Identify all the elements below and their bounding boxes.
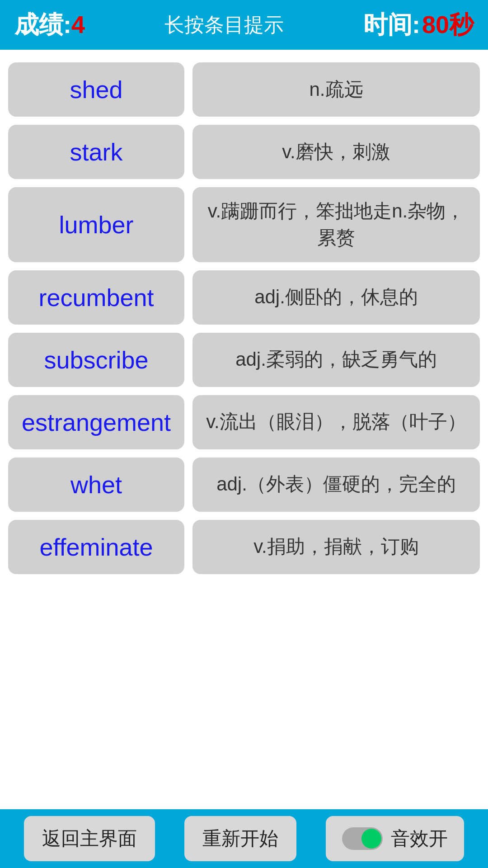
time-label: 时间: xyxy=(363,9,420,42)
word-card[interactable]: stark xyxy=(8,125,184,179)
word-text: whet xyxy=(70,471,122,499)
word-card[interactable]: recumbent xyxy=(8,270,184,325)
def-card[interactable]: adj.侧卧的，休息的 xyxy=(192,270,480,325)
word-text: stark xyxy=(70,138,122,166)
def-text: v.蹒跚而行，笨拙地走n.杂物，累赘 xyxy=(201,198,472,251)
word-text: effeminate xyxy=(39,533,153,561)
pair-row: subscribeadj.柔弱的，缺乏勇气的 xyxy=(8,333,480,387)
def-text: v.流出（眼泪），脱落（叶子） xyxy=(206,409,466,435)
word-card[interactable]: estrangement xyxy=(8,395,184,449)
word-card[interactable]: effeminate xyxy=(8,520,184,574)
def-card[interactable]: n.疏远 xyxy=(192,62,480,117)
pair-row: estrangementv.流出（眼泪），脱落（叶子） xyxy=(8,395,480,449)
pair-row: starkv.磨快，刺激 xyxy=(8,125,480,179)
def-card[interactable]: v.流出（眼泪），脱落（叶子） xyxy=(192,395,480,449)
def-text: v.捐助，捐献，订购 xyxy=(253,533,419,560)
sound-label: 音效开 xyxy=(391,826,448,851)
word-text: recumbent xyxy=(38,283,154,311)
def-card[interactable]: v.捐助，捐献，订购 xyxy=(192,520,480,574)
def-text: adj.（外表）僵硬的，完全的 xyxy=(216,471,456,498)
pair-row: lumberv.蹒跚而行，笨拙地走n.杂物，累赘 xyxy=(8,187,480,262)
main-content: shedn.疏远starkv.磨快，刺激lumberv.蹒跚而行，笨拙地走n.杂… xyxy=(0,50,488,809)
sound-toggle-button[interactable]: 音效开 xyxy=(326,816,464,861)
toggle-switch xyxy=(342,827,383,850)
def-text: n.疏远 xyxy=(309,76,363,103)
back-button[interactable]: 返回主界面 xyxy=(24,816,155,861)
word-card[interactable]: shed xyxy=(8,62,184,117)
time-container: 时间: 80秒 xyxy=(363,9,474,42)
footer: 返回主界面 重新开始 音效开 xyxy=(0,809,488,868)
header: 成绩: 4 长按条目提示 时间: 80秒 xyxy=(0,0,488,50)
pair-row: effeminatev.捐助，捐献，订购 xyxy=(8,520,480,574)
pair-row: recumbentadj.侧卧的，休息的 xyxy=(8,270,480,325)
word-card[interactable]: whet xyxy=(8,458,184,512)
word-text: shed xyxy=(70,75,122,104)
def-text: adj.柔弱的，缺乏勇气的 xyxy=(235,346,437,373)
pair-row: whetadj.（外表）僵硬的，完全的 xyxy=(8,458,480,512)
pair-row: shedn.疏远 xyxy=(8,62,480,117)
def-card[interactable]: adj.（外表）僵硬的，完全的 xyxy=(192,458,480,512)
def-text: v.磨快，刺激 xyxy=(282,139,390,165)
word-text: lumber xyxy=(59,211,133,239)
score-value: 4 xyxy=(71,10,85,38)
word-card[interactable]: subscribe xyxy=(8,333,184,387)
word-text: subscribe xyxy=(44,346,148,374)
def-text: adj.侧卧的，休息的 xyxy=(254,284,418,311)
def-card[interactable]: v.磨快，刺激 xyxy=(192,125,480,179)
restart-button[interactable]: 重新开始 xyxy=(184,816,296,861)
word-card[interactable]: lumber xyxy=(8,187,184,262)
score-label: 成绩: xyxy=(14,9,71,42)
def-card[interactable]: v.蹒跚而行，笨拙地走n.杂物，累赘 xyxy=(192,187,480,262)
def-card[interactable]: adj.柔弱的，缺乏勇气的 xyxy=(192,333,480,387)
hint-label: 长按条目提示 xyxy=(164,12,284,38)
word-text: estrangement xyxy=(22,408,171,436)
toggle-knob xyxy=(361,829,381,849)
time-value: 80秒 xyxy=(422,9,474,42)
